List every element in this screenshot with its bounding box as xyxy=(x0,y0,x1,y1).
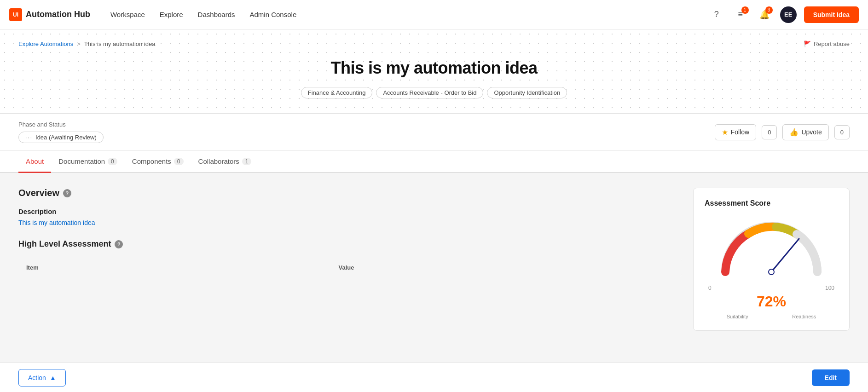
tab-documentation[interactable]: Documentation 0 xyxy=(51,151,125,173)
gauge-percent: 72% xyxy=(705,293,838,310)
main-body: Overview ? Description This is my automa… xyxy=(0,173,868,346)
tab-components[interactable]: Components 0 xyxy=(125,151,191,173)
phase-right: ★ Follow 0 👍 Upvote 0 xyxy=(715,124,850,140)
phase-status: Idea (Awaiting Review) xyxy=(35,134,97,141)
page-title: This is my automation idea xyxy=(18,58,850,78)
follow-count: 0 xyxy=(762,125,777,139)
edit-button[interactable]: Edit xyxy=(812,369,850,386)
tab-documentation-count: 0 xyxy=(108,158,117,165)
tag-accounts: Accounts Receivable - Order to Bid xyxy=(376,87,483,98)
notification-2-badge: 3 xyxy=(765,6,773,14)
notifications-2-button[interactable]: 🔔 3 xyxy=(756,6,773,23)
col-item: Item xyxy=(19,259,331,277)
tab-components-count: 0 xyxy=(174,158,184,165)
action-button[interactable]: Action ▲ xyxy=(18,369,66,386)
assessment-section-title: High Level Assessment ? xyxy=(18,239,682,249)
gauge-svg xyxy=(716,217,827,277)
follow-button[interactable]: ★ Follow xyxy=(715,124,756,140)
chevron-up-icon: ▲ xyxy=(50,374,56,381)
star-icon: ★ xyxy=(722,128,728,137)
phase-dots: ··· xyxy=(25,134,33,141)
overview-help-icon[interactable]: ? xyxy=(63,189,71,197)
header-right: ? ≡ 1 🔔 3 EE Submit Idea xyxy=(708,6,859,23)
flag-icon: 🚩 xyxy=(804,40,811,47)
sublabel-readiness: Readiness xyxy=(792,314,816,319)
help-icon: ? xyxy=(714,10,719,19)
help-button[interactable]: ? xyxy=(708,6,725,23)
breadcrumb-parent[interactable]: Explore Automations xyxy=(18,40,73,47)
app-header: UI Automation Hub Workspace Explore Dash… xyxy=(0,0,868,29)
tab-bar: About Documentation 0 Components 0 Colla… xyxy=(0,151,868,173)
upvote-count: 0 xyxy=(834,125,850,139)
main-nav: Workspace Explore Dashboards Admin Conso… xyxy=(105,7,302,22)
phase-bar: Phase and Status ··· Idea (Awaiting Revi… xyxy=(0,114,868,151)
assessment-table: Item Value xyxy=(18,258,682,277)
score-card-title: Assessment Score xyxy=(705,199,838,208)
tab-components-label: Components xyxy=(132,157,171,165)
phase-left: Phase and Status ··· Idea (Awaiting Revi… xyxy=(18,121,104,143)
tab-collaborators-count: 1 xyxy=(242,158,252,165)
nav-explore[interactable]: Explore xyxy=(154,7,189,22)
tab-collaborators-label: Collaborators xyxy=(198,157,239,165)
tab-about-label: About xyxy=(26,157,44,165)
breadcrumb: Explore Automations > This is my automat… xyxy=(18,40,850,47)
sublabel-suitability: Suitability xyxy=(727,314,748,319)
action-label: Action xyxy=(28,374,46,381)
tag-list: Finance & Accounting Accounts Receivable… xyxy=(18,87,850,98)
tab-collaborators[interactable]: Collaborators 1 xyxy=(191,151,259,173)
assessment-help-icon[interactable]: ? xyxy=(115,240,123,248)
gauge-container xyxy=(716,217,827,281)
main-right: Assessment Score xyxy=(693,188,850,331)
logo-area: UI Automation Hub xyxy=(9,8,90,21)
gauge-sublabels: Suitability Readiness xyxy=(705,314,838,319)
hero-section: Explore Automations > This is my automat… xyxy=(0,29,868,114)
score-card: Assessment Score xyxy=(693,188,850,331)
phase-label: Phase and Status xyxy=(18,121,104,128)
upvote-label: Upvote xyxy=(801,128,822,136)
app-name: Automation Hub xyxy=(26,10,90,19)
main-left: Overview ? Description This is my automa… xyxy=(18,188,682,331)
col-value: Value xyxy=(331,259,682,277)
logo-icon: UI xyxy=(9,8,22,21)
upvote-button[interactable]: 👍 Upvote xyxy=(782,124,828,140)
tab-about[interactable]: About xyxy=(18,151,51,173)
tag-opportunity: Opportunity Identification xyxy=(487,87,567,98)
follow-label: Follow xyxy=(731,128,749,136)
nav-admin-console[interactable]: Admin Console xyxy=(244,7,302,22)
notification-1-badge: 1 xyxy=(741,6,749,14)
thumbs-up-icon: 👍 xyxy=(789,128,799,137)
tag-finance: Finance & Accounting xyxy=(301,87,373,98)
avatar-button[interactable]: EE xyxy=(780,6,797,23)
bottom-bar: Action ▲ Edit xyxy=(0,363,868,392)
gauge-labels: 0 100 xyxy=(705,285,838,291)
svg-line-0 xyxy=(771,239,799,272)
nav-dashboards[interactable]: Dashboards xyxy=(192,7,241,22)
breadcrumb-current: This is my automation idea xyxy=(84,40,156,47)
nav-workspace[interactable]: Workspace xyxy=(105,7,150,22)
svg-point-1 xyxy=(769,269,774,275)
tab-documentation-label: Documentation xyxy=(58,157,105,165)
report-abuse-button[interactable]: 🚩 Report abuse xyxy=(804,40,850,47)
description-label: Description xyxy=(18,208,682,215)
submit-idea-button[interactable]: Submit Idea xyxy=(804,6,859,23)
gauge-min: 0 xyxy=(708,285,712,291)
breadcrumb-separator: > xyxy=(77,40,81,47)
gauge-max: 100 xyxy=(825,285,834,291)
description-text: This is my automation idea xyxy=(18,219,682,226)
phase-badge: ··· Idea (Awaiting Review) xyxy=(18,132,104,143)
notifications-1-button[interactable]: ≡ 1 xyxy=(732,6,749,23)
overview-section-title: Overview ? xyxy=(18,188,682,198)
